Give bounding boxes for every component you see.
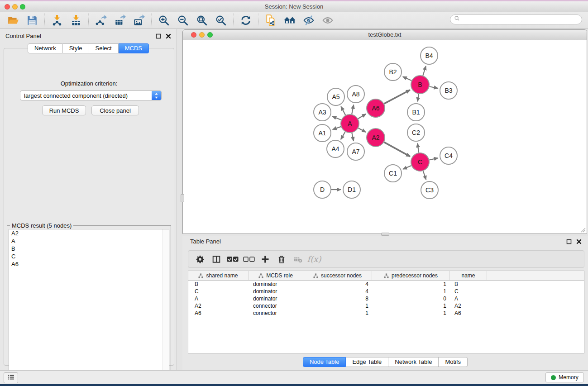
table-row[interactable]: Bdominator41B (188, 281, 584, 288)
graph-node-A6[interactable]: A6 (367, 99, 385, 117)
graph-node-C2[interactable]: C2 (407, 124, 425, 141)
network-window-titlebar[interactable]: testGlobe.txt (183, 30, 587, 40)
column-header-name[interactable]: name (450, 271, 487, 280)
graph-node-B2[interactable]: B2 (384, 63, 402, 81)
graph-node-A4[interactable]: A4 (327, 140, 344, 157)
zoom-in-icon[interactable] (154, 13, 173, 28)
import-table-icon[interactable] (67, 13, 86, 28)
edge-A-A5[interactable] (341, 106, 345, 115)
column-header-successor-nodes[interactable]: successor nodes (303, 271, 372, 280)
tab-motifs[interactable]: Motifs (439, 357, 468, 367)
edge-A-A6[interactable] (358, 114, 366, 119)
graph-node-C1[interactable]: C1 (384, 165, 402, 182)
result-list-scrollbar[interactable] (163, 229, 169, 380)
table-row[interactable]: A6connector11A6 (188, 310, 584, 317)
delete-icon[interactable] (274, 253, 289, 266)
graph-node-A8[interactable]: A8 (347, 86, 364, 103)
table-row[interactable]: Adominator80A (188, 295, 584, 302)
deselect-all-icon[interactable] (242, 253, 256, 266)
graph-node-C3[interactable]: C3 (421, 181, 438, 199)
edge-A-A2[interactable] (358, 128, 366, 132)
edge-C-C3[interactable] (423, 171, 426, 180)
search-input[interactable] (463, 16, 578, 23)
export-image-icon[interactable] (129, 13, 148, 28)
edge-A-A8[interactable] (352, 105, 354, 114)
edge-A-A7[interactable] (352, 133, 354, 141)
tab-mcds[interactable]: MCDS (119, 43, 149, 53)
network-canvas[interactable]: AA1A2A3A4A5A6A7A8BB1B2B3B4CC1C2C3C4DD1 (183, 40, 587, 234)
graph-node-D[interactable]: D (314, 181, 331, 198)
result-list-item[interactable]: B (9, 245, 169, 253)
graph-node-C[interactable]: C (411, 153, 429, 171)
result-list-item[interactable]: A6 (9, 260, 169, 268)
column-header-shared-name[interactable]: shared name (188, 271, 249, 280)
zoom-selected-icon[interactable] (211, 13, 230, 28)
tab-style[interactable]: Style (63, 43, 89, 53)
import-network-icon[interactable] (48, 13, 67, 28)
network-graph[interactable]: AA1A2A3A4A5A6A7A8BB1B2B3B4CC1C2C3C4DD1 (183, 40, 587, 234)
run-mcds-button[interactable]: Run MCDS (42, 105, 86, 115)
resize-grip-icon[interactable] (579, 226, 586, 233)
mcds-result-list[interactable]: A2ABCA6 (9, 229, 169, 380)
graph-node-B[interactable]: B (411, 76, 429, 94)
add-icon[interactable] (258, 253, 272, 266)
tab-network-table[interactable]: Network Table (388, 357, 439, 367)
table-row[interactable]: Cdominator41C (188, 288, 584, 295)
edge-C-C4[interactable] (429, 158, 438, 160)
float-panel-icon[interactable] (566, 238, 572, 244)
close-panel-icon[interactable] (165, 33, 171, 39)
close-panel-icon[interactable] (576, 238, 582, 244)
table-row[interactable]: A2connector11A2 (188, 302, 584, 310)
edge-B-B4[interactable] (423, 66, 426, 76)
edge-B-B1[interactable] (418, 94, 419, 101)
clone-network-icon[interactable] (261, 13, 280, 28)
home-icon[interactable] (280, 13, 299, 28)
search-box[interactable] (450, 14, 582, 24)
zoom-fit-icon[interactable] (192, 13, 211, 28)
graph-node-C4[interactable]: C4 (440, 147, 457, 164)
open-folder-icon[interactable] (4, 13, 23, 28)
gear-icon[interactable] (193, 253, 207, 266)
hide-panel-toggle-icon[interactable] (299, 13, 318, 28)
graph-node-A[interactable]: A (341, 114, 359, 133)
edge-C-C1[interactable] (403, 166, 411, 169)
edge-A-A4[interactable] (341, 132, 345, 139)
graph-node-B3[interactable]: B3 (440, 82, 457, 99)
split-divider-handle[interactable] (181, 194, 184, 202)
column-header-predecessor-nodes[interactable]: predecessor nodes (372, 271, 450, 280)
memory-button[interactable]: Memory (545, 372, 584, 382)
graph-node-A5[interactable]: A5 (327, 88, 344, 105)
tab-network[interactable]: Network (28, 43, 63, 53)
graph-node-B1[interactable]: B1 (407, 104, 425, 121)
result-list-item[interactable]: A (9, 237, 169, 245)
result-list-item[interactable]: A2 (9, 229, 169, 237)
graph-node-D1[interactable]: D1 (343, 181, 360, 198)
graph-node-B4[interactable]: B4 (421, 47, 438, 64)
split-divider-handle[interactable] (381, 233, 389, 236)
graph-node-A1[interactable]: A1 (314, 124, 331, 142)
edge-A-A1[interactable] (333, 127, 341, 129)
columns-icon[interactable] (209, 253, 224, 266)
zoom-out-icon[interactable] (173, 13, 192, 28)
graph-node-A7[interactable]: A7 (347, 143, 364, 160)
refresh-icon[interactable] (236, 13, 255, 28)
graph-node-A3[interactable]: A3 (314, 104, 331, 121)
column-header-MCDS-role[interactable]: MCDS role (249, 271, 303, 280)
export-network-icon[interactable] (91, 13, 110, 28)
edge-B-B3[interactable] (430, 86, 438, 88)
export-table-icon[interactable] (110, 13, 129, 28)
edge-A2-C[interactable] (384, 142, 410, 157)
edge-A6-B[interactable] (384, 90, 410, 104)
save-icon[interactable] (23, 13, 42, 28)
tab-select[interactable]: Select (89, 43, 119, 53)
result-list-item[interactable]: C (9, 253, 169, 260)
edge-C-C2[interactable] (417, 143, 419, 152)
tab-node-table[interactable]: Node Table (303, 357, 346, 367)
tab-edge-table[interactable]: Edge Table (346, 357, 388, 367)
close-panel-button[interactable]: Close panel (91, 105, 139, 115)
float-panel-icon[interactable] (155, 33, 161, 39)
edge-A-A3[interactable] (332, 116, 341, 120)
graph-node-A2[interactable]: A2 (367, 129, 385, 147)
select-all-icon[interactable] (225, 253, 240, 266)
edge-B-B2[interactable] (403, 76, 411, 81)
